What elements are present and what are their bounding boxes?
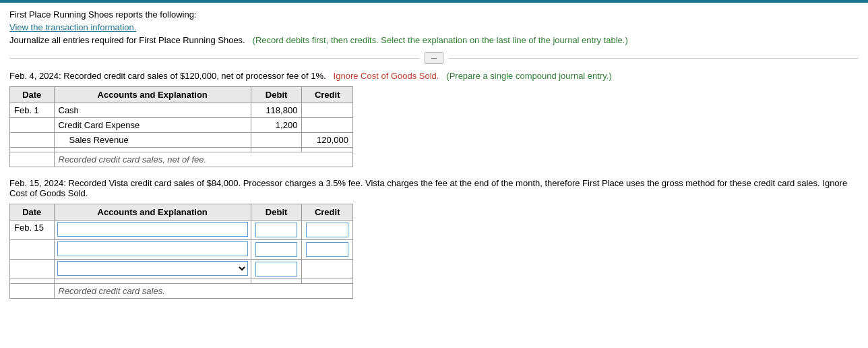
divider-line-left — [9, 58, 419, 59]
header-debit-1: Debit — [251, 87, 302, 103]
header-accounts-2: Accounts and Explanation — [54, 204, 251, 221]
debit-cell — [251, 133, 302, 148]
credit-input-2[interactable] — [306, 242, 348, 257]
credit-cell — [302, 118, 353, 133]
table-row: Cash Sales Revenue Credit Card Expense A… — [10, 260, 353, 279]
instruction-line: Journalize all entries required for Firs… — [9, 35, 859, 45]
empty-credit — [302, 279, 353, 284]
account-cell: Cash — [54, 103, 251, 118]
table-row — [10, 148, 353, 152]
divider-row: ··· — [9, 52, 859, 64]
section1-desc-plain: Feb. 4, 2024: Recorded credit card sales… — [9, 71, 326, 81]
section1-description: Feb. 4, 2024: Recorded credit card sales… — [9, 71, 859, 81]
instruction-green: (Record debits first, then credits. Sele… — [253, 35, 628, 45]
section2-description: Feb. 15, 2024: Recorded Vista credit car… — [9, 178, 859, 198]
credit-cell: 120,000 — [302, 133, 353, 148]
header-debit-2: Debit — [251, 204, 302, 221]
header-accounts-1: Accounts and Explanation — [54, 87, 251, 103]
header-date-1: Date — [10, 87, 55, 103]
debit-input-cell-2[interactable] — [251, 240, 302, 260]
divider-button[interactable]: ··· — [425, 52, 443, 64]
empty-acct — [54, 279, 251, 284]
credit-input-cell-1[interactable] — [302, 221, 353, 240]
explanation-row-2: Recorded credit card sales. — [10, 284, 353, 299]
intro-line1: First Place Running Shoes reports the fo… — [9, 9, 859, 20]
account-input-cell-2[interactable] — [54, 240, 251, 260]
header-credit-2: Credit — [302, 204, 353, 221]
date-cell — [10, 118, 55, 133]
explanation-row-1: Recorded credit card sales, net of fee. — [10, 152, 353, 167]
section1-desc-orange: Ignore Cost of Goods Sold. — [334, 71, 439, 81]
header-credit-1: Credit — [302, 87, 353, 103]
debit-input-3[interactable] — [255, 262, 298, 277]
debit-cell — [251, 148, 302, 152]
account-input-1[interactable] — [57, 222, 248, 237]
date-cell: Feb. 1 — [10, 103, 55, 118]
date-cell-empty2 — [10, 260, 55, 279]
section1-desc-green: (Prepare a single compound journal entry… — [446, 71, 611, 81]
explanation-date-2 — [10, 284, 55, 299]
account-input-cell-1[interactable] — [54, 221, 251, 240]
date-cell — [10, 148, 55, 152]
table-row: Feb. 1 Cash 118,800 — [10, 103, 353, 118]
view-transaction-link[interactable]: View the transaction information. — [9, 22, 136, 32]
top-border — [0, 0, 868, 3]
explanation-text-2: Recorded credit card sales. — [54, 284, 353, 299]
debit-input-cell-3[interactable] — [251, 260, 302, 279]
credit-input-1[interactable] — [306, 223, 348, 237]
divider-line-right — [449, 58, 859, 59]
credit-cell — [302, 148, 353, 152]
account-cell: Credit Card Expense — [54, 118, 251, 133]
journal-table-2: Date Accounts and Explanation Debit Cred… — [9, 204, 353, 299]
table-row-empty — [10, 279, 353, 284]
empty-debit — [251, 279, 302, 284]
debit-input-2[interactable] — [255, 242, 298, 257]
table-row: Sales Revenue 120,000 — [10, 133, 353, 148]
date-cell-empty — [10, 240, 55, 260]
table-row: Credit Card Expense 1,200 — [10, 118, 353, 133]
explanation-date — [10, 152, 55, 167]
journalize-text: Journalize all entries required for Firs… — [9, 35, 245, 45]
account-cell: Sales Revenue — [54, 133, 251, 148]
date-cell-2: Feb. 15 — [10, 221, 55, 240]
credit-input-cell-3 — [302, 260, 353, 279]
table-row: Feb. 15 — [10, 221, 353, 240]
section1: Feb. 4, 2024: Recorded credit card sales… — [9, 71, 859, 167]
table-row — [10, 240, 353, 260]
header-date-2: Date — [10, 204, 55, 221]
account-select-cell[interactable]: Cash Sales Revenue Credit Card Expense A… — [54, 260, 251, 279]
section2: Feb. 15, 2024: Recorded Vista credit car… — [9, 178, 859, 299]
account-cell — [54, 148, 251, 152]
credit-input-cell-2[interactable] — [302, 240, 353, 260]
empty-date — [10, 279, 55, 284]
account-input-2[interactable] — [57, 241, 248, 256]
debit-cell: 118,800 — [251, 103, 302, 118]
credit-cell — [302, 103, 353, 118]
date-cell — [10, 133, 55, 148]
debit-input-cell-1[interactable] — [251, 221, 302, 240]
debit-input-1[interactable] — [255, 223, 298, 237]
journal-table-1: Date Accounts and Explanation Debit Cred… — [9, 86, 353, 167]
debit-cell: 1,200 — [251, 118, 302, 133]
account-select[interactable]: Cash Sales Revenue Credit Card Expense A… — [57, 261, 248, 276]
explanation-text: Recorded credit card sales, net of fee. — [54, 152, 353, 167]
